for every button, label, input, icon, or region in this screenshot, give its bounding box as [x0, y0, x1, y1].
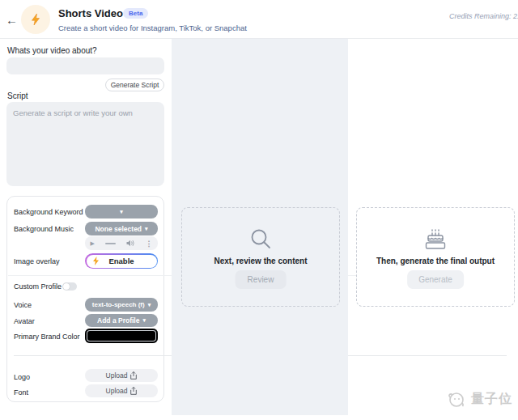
review-panel: Next, review the content Review: [172, 39, 348, 415]
brand-color-label: Primary Brand Color: [14, 333, 80, 341]
avatar-dropdown[interactable]: Add a Profile ▾: [85, 314, 158, 327]
about-label: Whats your video about?: [7, 46, 97, 55]
logo-label: Logo: [14, 373, 30, 381]
custom-profile-label: Custom Profile: [14, 282, 62, 291]
header: ← Shorts Video Beta Create a short video…: [0, 0, 518, 39]
chevron-down-icon: ▾: [148, 302, 151, 308]
audio-progress-slider[interactable]: [105, 243, 116, 244]
script-label: Script: [7, 91, 28, 100]
review-button[interactable]: Review: [236, 270, 287, 289]
page-subtitle: Create a short video for Instagram, TikT…: [58, 23, 247, 32]
image-overlay-label: Image overlay: [14, 257, 60, 265]
qbitai-logo-icon: [447, 389, 468, 409]
avatar-label: Avatar: [14, 317, 35, 325]
back-button[interactable]: ←: [6, 12, 22, 28]
volume-icon[interactable]: [126, 240, 135, 247]
audio-player: ▶ ⋮: [85, 236, 158, 250]
app-logo: [21, 5, 50, 34]
chevron-down-icon: ▾: [142, 317, 146, 324]
watermark: 量子位: [447, 389, 512, 409]
generate-message: Then, generate the final output: [357, 257, 514, 265]
lightning-icon: [92, 257, 100, 265]
generate-card: Then, generate the final output Generate: [356, 207, 515, 307]
review-card: Next, review the content Review: [181, 207, 340, 307]
font-upload-button[interactable]: Upload: [85, 384, 158, 397]
about-input[interactable]: [6, 57, 164, 74]
credits-remaining: Credits Remaining: 213: [449, 12, 518, 20]
shorts-video-app: ← Shorts Video Beta Create a short video…: [0, 0, 518, 420]
enable-label: Enable: [108, 257, 134, 265]
generate-button[interactable]: Generate: [407, 270, 464, 289]
script-textarea[interactable]: [6, 102, 164, 186]
voice-value: text-to-speech (f): [92, 301, 145, 308]
chevron-down-icon: ▾: [120, 209, 123, 215]
cake-icon: [423, 227, 448, 250]
background-keyword-label: Background Keywordi: [14, 208, 92, 216]
voice-dropdown[interactable]: text-to-speech (f) ▾: [85, 298, 158, 312]
upload-label: Upload: [106, 387, 128, 395]
background-music-dropdown[interactable]: None selected ▾: [85, 222, 158, 235]
logo-upload-button[interactable]: Upload: [85, 369, 158, 382]
background-music-label: Background Music: [14, 225, 74, 233]
upload-label: Upload: [106, 371, 128, 380]
background-music-value: None selected: [95, 225, 142, 233]
chevron-down-icon: ▾: [145, 226, 148, 232]
avatar-value: Add a Profile: [97, 316, 139, 325]
image-overlay-enable-button[interactable]: Enable: [85, 253, 158, 269]
more-options-icon[interactable]: ⋮: [146, 240, 153, 248]
voice-label: Voice: [14, 301, 32, 309]
beta-badge: Beta: [123, 8, 148, 19]
toggle-knob: [63, 283, 70, 290]
generate-script-button[interactable]: Generate Script: [105, 78, 164, 91]
upload-icon: [130, 387, 137, 395]
background-keyword-text: Background Keyword: [14, 208, 83, 216]
watermark-text: 量子位: [471, 391, 512, 408]
review-message: Next, review the content: [182, 257, 339, 265]
lightning-icon: [29, 13, 42, 26]
upload-icon: [130, 371, 137, 380]
brand-color-swatch[interactable]: [85, 329, 158, 343]
page-title: Shorts Video: [58, 7, 123, 19]
search-icon: [249, 227, 272, 250]
font-label: Font: [14, 388, 28, 397]
background-keyword-dropdown[interactable]: ▾: [85, 205, 158, 218]
custom-profile-toggle[interactable]: [62, 282, 77, 291]
play-icon[interactable]: ▶: [90, 240, 94, 247]
